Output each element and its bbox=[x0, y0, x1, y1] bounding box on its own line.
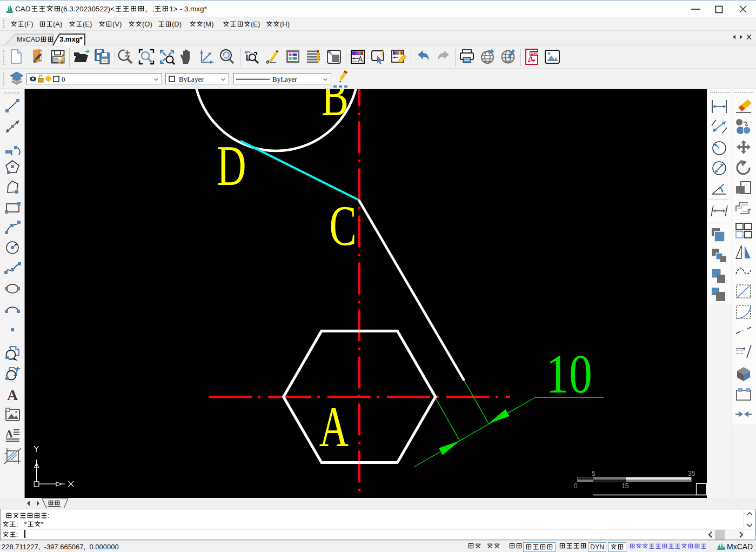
svg-text:A: A bbox=[319, 395, 349, 459]
svg-text:10: 10 bbox=[546, 343, 592, 404]
svg-text:35: 35 bbox=[688, 470, 695, 477]
svg-text:A: A bbox=[5, 428, 13, 440]
svg-text:A: A bbox=[7, 387, 18, 403]
svg-text:D: D bbox=[217, 134, 246, 197]
svg-text:15: 15 bbox=[621, 482, 629, 490]
svg-text:C: C bbox=[330, 194, 357, 257]
svg-text:PDF: PDF bbox=[530, 51, 539, 56]
svg-text:5: 5 bbox=[592, 470, 596, 477]
svg-text:0: 0 bbox=[574, 482, 578, 490]
svg-text:B: B bbox=[322, 89, 349, 128]
